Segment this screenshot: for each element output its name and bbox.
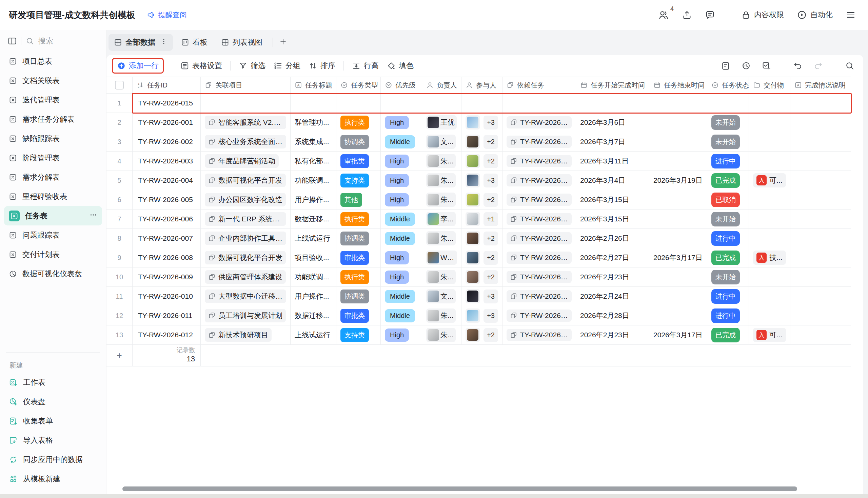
cell-title[interactable]: 系统集成... — [291, 132, 336, 152]
cell-dependency[interactable]: TY-RW-2026-... — [502, 171, 576, 190]
sidebar-item-9[interactable]: 问题跟踪表 — [4, 225, 102, 245]
cell-participants[interactable]: ..+3 — [461, 306, 502, 326]
cell-project[interactable]: 核心业务系统全面升级 — [201, 132, 291, 152]
group-button[interactable]: 分组 — [274, 61, 300, 71]
cell-status[interactable]: 未开始 — [707, 267, 749, 287]
cell-start-date[interactable]: 2026年2月28日 — [576, 306, 649, 326]
cell-owner[interactable]: 朱... — [422, 267, 461, 287]
cell-title[interactable] — [291, 94, 336, 113]
project-link-chip[interactable]: 数据可视化平台开发 — [205, 173, 286, 187]
add-record-button[interactable]: + — [106, 345, 133, 366]
row-number[interactable]: 9 — [106, 248, 133, 267]
sidebar-item-2[interactable]: 迭代管理表 — [4, 90, 102, 109]
column-header-owner[interactable]: 负责人 — [422, 77, 461, 94]
collaborators-button[interactable]: 4 — [658, 10, 669, 20]
cell-status[interactable]: 已完成 — [707, 171, 749, 190]
cell-end-date[interactable] — [649, 152, 707, 171]
cell-title[interactable]: 群管理功... — [291, 113, 336, 132]
cell-deliverable[interactable]: 入可... — [749, 171, 790, 190]
cell-project[interactable]: 员工培训与发展计划 — [201, 306, 291, 326]
cell-owner[interactable]: We... — [422, 248, 461, 267]
cell-priority[interactable]: High — [381, 326, 422, 345]
cell-participants[interactable]: ..+2 — [461, 326, 502, 345]
sidebar-item-7[interactable]: 里程碑验收表 — [4, 187, 102, 206]
project-link-chip[interactable]: 供应商管理体系建设 — [205, 270, 286, 284]
cell-task-id[interactable]: TY-RW-2026-006 — [133, 210, 201, 229]
cell-note[interactable] — [790, 94, 851, 113]
cell-start-date[interactable]: 2026年3月4日 — [576, 171, 649, 190]
cell-project[interactable]: 办公园区数字化改造 — [201, 190, 291, 210]
cell-owner[interactable]: 朱... — [422, 306, 461, 326]
cell-task-id[interactable]: TY-RW-2026-011 — [133, 306, 201, 326]
cell-end-date[interactable] — [649, 210, 707, 229]
cell-type[interactable] — [336, 94, 381, 113]
create-item-1[interactable]: 仪表盘 — [4, 392, 102, 411]
project-link-chip[interactable]: 办公园区数字化改造 — [205, 193, 286, 207]
cell-task-id[interactable]: TY-RW-2026-010 — [133, 287, 201, 306]
cell-participants[interactable]: ..+3 — [461, 113, 502, 132]
cell-task-id[interactable]: TY-RW-2026-002 — [133, 132, 201, 152]
cell-deliverable[interactable] — [749, 306, 790, 326]
cell-task-id[interactable]: TY-RW-2026-015 — [133, 94, 201, 113]
cell-participants[interactable]: ..+2 — [461, 248, 502, 267]
cell-owner[interactable]: 朱... — [422, 326, 461, 345]
cell-participants[interactable]: ..+1 — [461, 210, 502, 229]
cell-start-date[interactable]: 2026年3月11日 — [576, 152, 649, 171]
sidebar-item-1[interactable]: 文档关联表 — [4, 71, 102, 90]
column-header-title[interactable]: A任务标题 — [291, 77, 336, 94]
dependency-link-chip[interactable]: TY-RW-2026-... — [507, 329, 572, 341]
cell-dependency[interactable]: TY-RW-2026-... — [502, 326, 576, 345]
cell-end-date[interactable] — [649, 132, 707, 152]
row-number[interactable]: 12 — [106, 306, 133, 326]
dependency-link-chip[interactable]: TY-RW-2026-... — [507, 310, 572, 322]
cell-start-date[interactable]: 2026年2月26日 — [576, 229, 649, 248]
project-link-chip[interactable]: 数据可视化平台开发 — [205, 251, 286, 264]
cell-dependency[interactable]: TY-RW-2026-... — [502, 190, 576, 210]
cell-deliverable[interactable] — [749, 229, 790, 248]
cell-deliverable[interactable] — [749, 210, 790, 229]
share-button[interactable] — [682, 10, 692, 20]
add-view-button[interactable] — [277, 36, 289, 49]
cell-note[interactable] — [790, 171, 851, 190]
cell-title[interactable]: 数据迁移... — [291, 306, 336, 326]
cell-task-id[interactable]: TY-RW-2026-001 — [133, 113, 201, 132]
cell-title[interactable]: 功能联调... — [291, 171, 336, 190]
cell-type[interactable]: 其他 — [336, 190, 381, 210]
project-link-chip[interactable]: 智能客服系统 V2.0 ... — [205, 116, 286, 129]
cell-dependency[interactable]: TY-RW-2026-... — [502, 152, 576, 171]
sidebar-item-8[interactable]: 任务表 — [4, 206, 102, 225]
cell-note[interactable] — [790, 190, 851, 210]
cell-end-date[interactable] — [649, 190, 707, 210]
cell-owner[interactable]: 朱... — [422, 171, 461, 190]
cell-type[interactable]: 执行类 — [336, 113, 381, 132]
cell-task-id[interactable]: TY-RW-2026-005 — [133, 190, 201, 210]
cell-deliverable[interactable] — [749, 287, 790, 306]
row-number[interactable]: 1 — [106, 94, 133, 113]
sidebar-item-10[interactable]: 交付计划表 — [4, 245, 102, 264]
project-link-chip[interactable]: 新技术预研项目 — [205, 328, 272, 342]
cell-note[interactable] — [790, 210, 851, 229]
cell-start-date[interactable]: 2026年3月6日 — [576, 113, 649, 132]
redo-icon[interactable] — [813, 61, 823, 70]
table-settings-button[interactable]: 表格设置 — [180, 61, 222, 71]
column-header-participants[interactable]: 参与人 — [461, 77, 502, 94]
row-number[interactable]: 7 — [106, 210, 133, 229]
cell-dependency[interactable]: TY-RW-2026-... — [502, 248, 576, 267]
column-header-priority[interactable]: 优先级 — [381, 77, 422, 94]
cell-owner[interactable]: 朱... — [422, 229, 461, 248]
automation-button[interactable]: 自动化 — [797, 10, 833, 20]
column-header-dep[interactable]: 依赖任务 — [502, 77, 576, 94]
row-height-button[interactable]: 行高 — [352, 61, 379, 71]
cell-priority[interactable] — [381, 94, 422, 113]
sidebar-item-5[interactable]: 阶段管理表 — [4, 148, 102, 168]
cell-priority[interactable]: Middle — [381, 210, 422, 229]
column-header-status[interactable]: 任务状态 — [707, 77, 749, 94]
add-row-button[interactable]: 添加一行 — [117, 61, 159, 71]
column-header-note[interactable]: A完成情况说明 — [790, 77, 851, 94]
column-header-project[interactable]: 关联项目 — [201, 77, 291, 94]
cell-project[interactable] — [201, 94, 291, 113]
cell-participants[interactable]: ..+2 — [461, 132, 502, 152]
cell-status[interactable]: 进行中 — [707, 306, 749, 326]
cell-task-id[interactable]: TY-RW-2026-003 — [133, 152, 201, 171]
cell-status[interactable]: 已完成 — [707, 248, 749, 267]
